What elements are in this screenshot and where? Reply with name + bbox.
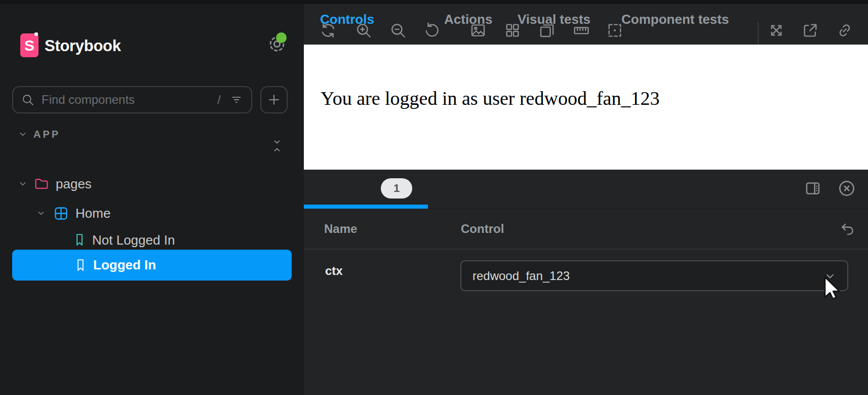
active-tab-underline xyxy=(304,205,428,209)
zoom-out-button[interactable] xyxy=(387,19,409,42)
sidebar: S Storybook / xyxy=(0,4,304,395)
search-icon xyxy=(21,93,34,106)
reset-controls-button[interactable] xyxy=(838,219,858,239)
chevron-down-icon xyxy=(35,208,47,219)
open-new-tab-button[interactable] xyxy=(799,19,821,42)
section-label: APP xyxy=(33,129,60,140)
column-header-control: Control xyxy=(461,209,504,249)
window-top-edge xyxy=(0,0,868,4)
sidebar-item-logged-in-selected[interactable]: Logged In xyxy=(12,250,292,281)
collapse-all-icon xyxy=(270,136,284,155)
tab-component-tests[interactable]: Component tests xyxy=(621,0,729,39)
brand-title: Storybook xyxy=(45,37,121,55)
notification-dot xyxy=(276,32,287,43)
folder-icon xyxy=(33,176,50,192)
open-new-tab-icon xyxy=(802,22,819,39)
outline-icon xyxy=(606,22,623,39)
copy-link-icon xyxy=(836,22,853,39)
column-header-name: Name xyxy=(324,209,357,249)
sidebar-item-pages[interactable]: pages xyxy=(0,170,304,198)
chevron-down-icon xyxy=(17,178,28,189)
tab-visual-tests[interactable]: Visual tests xyxy=(518,0,590,39)
panel-position-icon xyxy=(804,179,822,198)
tab-actions[interactable]: Actions xyxy=(444,0,492,39)
reset-zoom-button[interactable] xyxy=(421,19,443,42)
chevron-down-icon xyxy=(823,269,837,283)
controls-count-badge: 1 xyxy=(381,178,412,199)
plus-icon xyxy=(266,92,282,107)
search-shortcut-hint: / xyxy=(217,93,221,107)
tree-item-label: Logged In xyxy=(93,257,156,273)
chevron-down-icon xyxy=(17,129,28,140)
tab-controls[interactable]: Controls xyxy=(320,0,374,39)
component-grid-icon xyxy=(53,205,69,222)
storybook-logo-icon: S xyxy=(20,33,38,57)
arg-name-ctx: ctx xyxy=(325,264,343,278)
table-divider xyxy=(304,249,868,250)
close-panel-button[interactable] xyxy=(837,178,857,199)
sidebar-section-app[interactable]: APP xyxy=(17,127,60,142)
ctx-select-value: redwood_fan_123 xyxy=(472,269,823,283)
tree-item-label: Home xyxy=(75,206,110,221)
story-output-text: You are logged in as user redwood_fan_12… xyxy=(321,87,659,109)
bookmark-icon xyxy=(73,232,86,248)
storybook-app: S Storybook / xyxy=(0,0,868,395)
tree-item-label: pages xyxy=(56,176,92,192)
filter-icon[interactable] xyxy=(230,93,243,106)
toolbar-separator xyxy=(758,22,759,45)
copy-link-button[interactable] xyxy=(834,19,856,42)
reset-zoom-icon xyxy=(423,22,441,39)
ctx-select-control[interactable]: redwood_fan_123 xyxy=(460,260,848,291)
close-circle-icon xyxy=(837,179,856,198)
collapse-all-button[interactable] xyxy=(269,135,285,157)
fullscreen-icon xyxy=(768,22,785,39)
undo-icon xyxy=(839,220,856,238)
sidebar-item-home[interactable]: Home xyxy=(0,200,304,227)
panel-position-button[interactable] xyxy=(803,178,823,199)
create-story-button[interactable] xyxy=(260,86,288,113)
bookmark-icon xyxy=(74,258,87,273)
tree-item-label: Not Logged In xyxy=(92,232,175,248)
storybook-logo-notch xyxy=(34,32,38,36)
fullscreen-button[interactable] xyxy=(765,19,787,42)
zoom-out-icon xyxy=(389,22,407,39)
search-box[interactable]: / xyxy=(12,86,252,113)
search-input[interactable] xyxy=(41,92,211,107)
